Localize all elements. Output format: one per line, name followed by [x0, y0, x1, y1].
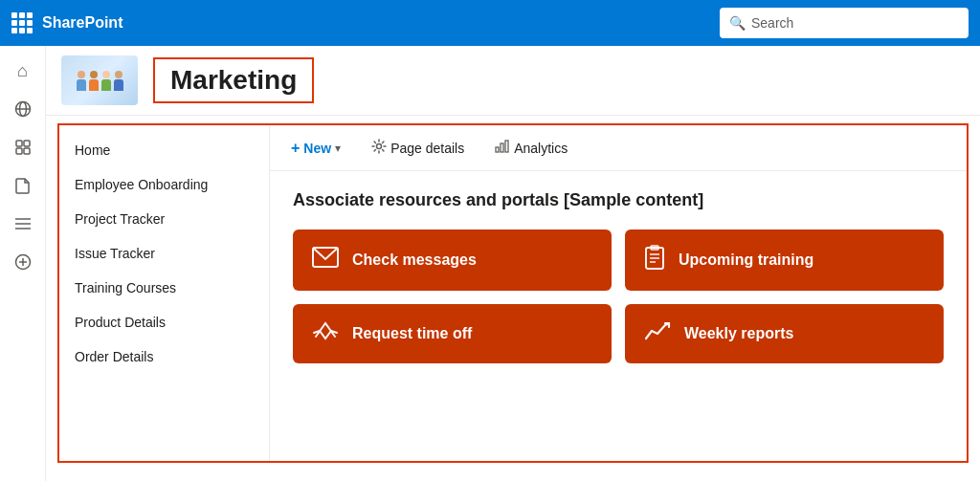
upcoming-training-button[interactable]: Upcoming training — [625, 230, 944, 291]
site-header: Marketing — [46, 46, 980, 116]
weekly-reports-button[interactable]: Weekly reports — [625, 304, 944, 363]
page-details-label: Page details — [390, 141, 464, 156]
nav-item-order-details[interactable]: Order Details — [59, 339, 269, 374]
plus-icon: + — [291, 140, 300, 157]
new-chevron-icon: ▾ — [335, 142, 341, 155]
new-label: New — [303, 141, 331, 156]
site-banner — [61, 55, 138, 105]
check-messages-label: Check messages — [352, 251, 477, 269]
left-sidebar: ⌂ — [0, 46, 46, 481]
waffle-menu[interactable] — [11, 12, 33, 33]
chart-arrow-icon — [644, 319, 671, 348]
search-bar[interactable]: 🔍 Search — [720, 8, 969, 38]
right-content: + New ▾ Page details — [270, 125, 967, 461]
envelope-icon — [312, 247, 339, 273]
svg-rect-15 — [501, 143, 503, 152]
check-messages-button[interactable]: Check messages — [293, 230, 612, 291]
clipboard-icon — [644, 245, 665, 275]
search-placeholder: Search — [751, 15, 793, 31]
nav-item-product-details[interactable]: Product Details — [59, 305, 269, 339]
request-time-off-button[interactable]: Request time off — [293, 304, 612, 363]
plane-icon — [312, 319, 339, 348]
analytics-button[interactable]: Analytics — [489, 136, 573, 160]
page-heading: Associate resources and portals [Sample … — [293, 190, 944, 210]
pages-icon[interactable] — [6, 130, 40, 164]
nav-item-training-courses[interactable]: Training Courses — [59, 271, 269, 305]
new-button[interactable]: + New ▾ — [285, 136, 346, 161]
nav-item-home[interactable]: Home — [59, 133, 269, 167]
home-icon[interactable]: ⌂ — [6, 54, 40, 88]
analytics-label: Analytics — [514, 141, 568, 156]
main-content: Marketing Home Employee Onboarding Proje… — [46, 46, 980, 481]
globe-icon[interactable] — [6, 92, 40, 126]
gear-icon — [371, 139, 387, 157]
top-bar: SharePoint 🔍 Search — [0, 0, 980, 46]
nav-item-issue-tracker[interactable]: Issue Tracker — [59, 236, 269, 271]
svg-rect-14 — [496, 147, 499, 152]
left-nav: Home Employee Onboarding Project Tracker… — [59, 125, 270, 461]
add-icon[interactable] — [6, 245, 40, 279]
app-name: SharePoint — [42, 14, 122, 32]
svg-rect-3 — [16, 141, 22, 146]
svg-rect-16 — [505, 141, 508, 152]
document-icon[interactable] — [6, 168, 40, 203]
app-logo: SharePoint — [42, 14, 122, 32]
svg-rect-6 — [24, 148, 30, 154]
request-time-off-label: Request time off — [352, 325, 472, 342]
weekly-reports-label: Weekly reports — [684, 325, 793, 342]
action-buttons-grid: Check messages — [293, 230, 944, 363]
upcoming-training-label: Upcoming training — [679, 251, 813, 269]
toolbar: + New ▾ Page details — [270, 125, 967, 171]
page-details-button[interactable]: Page details — [366, 135, 470, 161]
svg-point-13 — [377, 144, 382, 149]
nav-item-project-tracker[interactable]: Project Tracker — [59, 202, 269, 236]
page-content: Associate resources and portals [Sample … — [270, 171, 967, 461]
svg-rect-4 — [24, 141, 30, 146]
search-icon: 🔍 — [729, 15, 746, 31]
svg-rect-5 — [16, 148, 22, 154]
nav-item-employee-onboarding[interactable]: Employee Onboarding — [59, 167, 269, 202]
analytics-icon — [495, 140, 510, 156]
content-panel: Home Employee Onboarding Project Tracker… — [57, 123, 969, 463]
site-title: Marketing — [153, 57, 314, 103]
list-icon[interactable] — [6, 207, 40, 241]
